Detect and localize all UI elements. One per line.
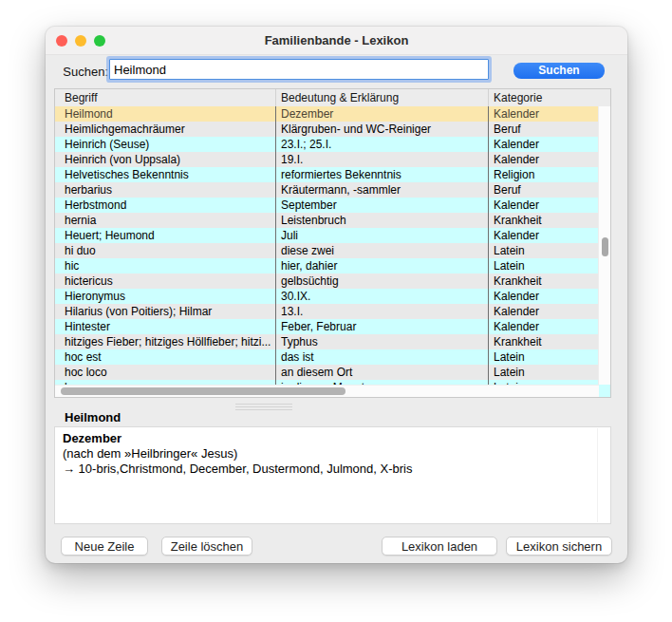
table-row[interactable]: Heinrich (von Uppsala)19.I.Kalender [55,152,599,167]
cell-bedeutung: an diesem Ort [276,365,489,380]
cell-bedeutung: 19.I. [276,152,489,167]
table-body: HeilmondDezemberKalenderHeimlichgemachrä… [55,106,610,397]
cell-bedeutung: das ist [276,349,489,365]
cell-kategorie: Latein [489,243,599,258]
table-row[interactable]: Heuert; HeumondJuliKalender [55,228,599,243]
scrollbar-corner [599,385,610,397]
cell-bedeutung: Typhus [276,334,489,349]
cell-kategorie: Beruf [489,122,599,137]
cell-bedeutung: 23.I.; 25.I. [276,137,489,152]
column-header-bedeutung[interactable]: Bedeutung & Erklärung [276,89,489,106]
cell-begriff: hoc loco [55,365,276,380]
splitter-handle[interactable] [235,404,292,412]
cell-kategorie: Latein [489,365,599,380]
cell-kategorie: Religion [489,167,599,182]
cell-bedeutung: Kräutermann, -sammler [276,182,489,198]
vertical-scrollbar[interactable] [598,106,610,397]
minimize-button[interactable] [75,35,86,47]
cell-kategorie: Kalender [489,137,599,152]
cell-begriff: Heinrich (von Uppsala) [55,152,276,167]
cell-begriff: herbarius [55,182,276,198]
table-row[interactable]: Hieronymus30.IX.Kalender [55,289,599,304]
table-row[interactable]: hi duodiese zweiLatein [55,243,599,258]
horizontal-scrollbar[interactable] [55,385,599,397]
table-row[interactable]: hictericusgelbsüchtigKrankheit [55,273,599,289]
table-rows: HeilmondDezemberKalenderHeimlichgemachrä… [55,106,599,395]
load-lexicon-button[interactable]: Lexikon laden [382,537,497,556]
new-row-button[interactable]: Neue Zeile [61,537,148,556]
cell-bedeutung: Feber, Februar [276,319,489,334]
cell-kategorie: Kalender [489,106,599,122]
cell-bedeutung: diese zwei [276,243,489,258]
cell-bedeutung: gelbsüchtig [276,273,489,289]
table-row[interactable]: hichier, dahierLatein [55,258,599,273]
table-row[interactable]: HintesterFeber, FebruarKalender [55,319,599,334]
cell-bedeutung: 13.I. [276,304,489,319]
search-button[interactable]: Suchen [513,63,605,79]
table-row[interactable]: hoc locoan diesem OrtLatein [55,365,599,380]
cell-bedeutung: Dezember [276,106,489,122]
titlebar[interactable]: Familienbande - Lexikon [46,27,627,55]
detail-title: Heilmond [65,410,121,424]
cell-bedeutung: Leistenbruch [276,213,489,228]
table-row[interactable]: herniaLeistenbruchKrankheit [55,213,599,228]
save-lexicon-button[interactable]: Lexikon sichern [506,537,612,556]
table-row[interactable]: hoc estdas istLatein [55,349,599,365]
column-header-kategorie[interactable]: Kategorie [489,89,599,106]
cell-begriff: Heimlichgemachräumer [55,122,276,137]
horizontal-scrollbar-thumb[interactable] [61,387,345,395]
cell-begriff: hitziges Fieber; hitziges Höllfieber; hi… [55,334,276,349]
cell-bedeutung: September [276,198,489,213]
cell-begriff: hi duo [55,243,276,258]
cell-kategorie: Kalender [489,304,599,319]
table-row[interactable]: Heinrich (Seuse)23.I.; 25.I.Kalender [55,137,599,152]
search-input[interactable] [109,59,489,80]
table-row[interactable]: Hilarius (von Poitiers); Hilmar13.I.Kale… [55,304,599,319]
cell-begriff: hoc est [55,349,276,365]
table-row[interactable]: hitziges Fieber; hitziges Höllfieber; hi… [55,334,599,349]
detail-textarea[interactable]: Dezember(nach dem »Heilbringer« Jesus)→ … [54,426,611,524]
close-button[interactable] [56,35,67,47]
table-header: Begriff Bedeutung & Erklärung Kategorie [55,89,610,107]
cell-kategorie: Kalender [489,319,599,334]
table-row[interactable]: HeilmondDezemberKalender [55,106,599,122]
table-row[interactable]: HerbstmondSeptemberKalender [55,198,599,213]
cell-kategorie: Beruf [489,182,599,198]
cell-kategorie: Latein [489,349,599,365]
table-row[interactable]: Helvetisches Bekenntnisreformiertes Beke… [55,167,599,182]
cell-begriff: Hilarius (von Poitiers); Hilmar [55,304,276,319]
cell-kategorie: Kalender [489,198,599,213]
cell-begriff: Heuert; Heumond [55,228,276,243]
cell-begriff: Helvetisches Bekenntnis [55,167,276,182]
cell-kategorie: Krankheit [489,273,599,289]
cell-begriff: hic [55,258,276,273]
lexicon-table: Begriff Bedeutung & Erklärung Kategorie … [54,88,611,398]
cell-begriff: Heinrich (Seuse) [55,137,276,152]
cell-begriff: hictericus [55,273,276,289]
search-label: Suchen: [53,65,108,79]
delete-row-button[interactable]: Zeile löschen [161,537,252,556]
cell-kategorie: Krankheit [489,334,599,349]
traffic-lights [56,35,105,47]
cell-begriff: Heilmond [55,106,276,122]
cell-bedeutung: reformiertes Bekenntnis [276,167,489,182]
cell-begriff: Hintester [55,319,276,334]
cell-bedeutung: hier, dahier [276,258,489,273]
table-row[interactable]: HeimlichgemachräumerKlärgruben- und WC-R… [55,122,599,137]
detail-lines: Dezember(nach dem »Heilbringer« Jesus)→ … [63,431,603,477]
cell-kategorie: Latein [489,258,599,273]
cell-bedeutung: 30.IX. [276,289,489,304]
column-header-begriff[interactable]: Begriff [55,89,276,106]
cell-kategorie: Krankheit [489,213,599,228]
column-header-filler [599,89,610,106]
cell-kategorie: Kalender [489,228,599,243]
detail-scrollbar-track [597,428,598,522]
table-row[interactable]: herbariusKräutermann, -sammlerBeruf [55,182,599,198]
vertical-scrollbar-thumb[interactable] [602,237,608,256]
cell-bedeutung: Klärgruben- und WC-Reiniger [276,122,489,137]
cell-begriff: Herbstmond [55,198,276,213]
detail-line: Dezember [63,431,603,446]
cell-begriff: Hieronymus [55,289,276,304]
zoom-button[interactable] [94,35,105,47]
cell-bedeutung: Juli [276,228,489,243]
